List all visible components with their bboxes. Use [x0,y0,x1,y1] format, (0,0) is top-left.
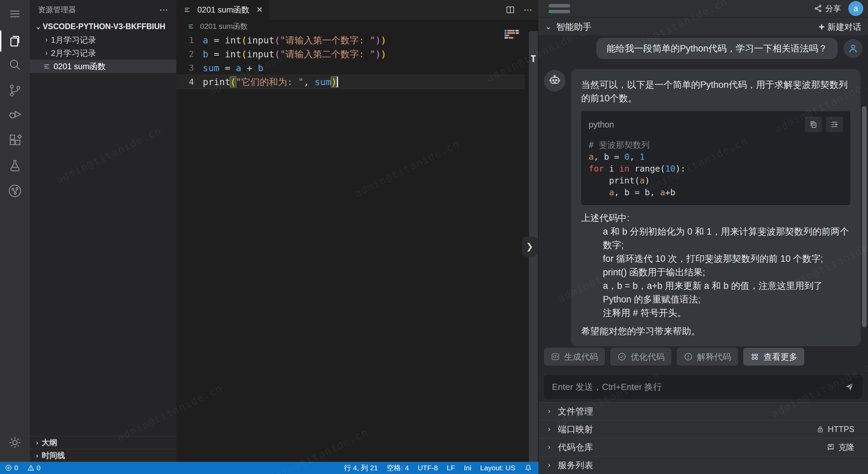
account-avatar[interactable]: a [848,1,863,16]
chevron-right-icon: › [548,461,550,470]
code-token [589,186,609,199]
tree-file-selected[interactable]: 0201 sum函数 [30,60,176,73]
tree-root-folder[interactable]: ⌄ VSCODE-PYTHON-V3-BKFFBIUH [30,20,176,33]
tree-folder-jan[interactable]: › 1月学习记录 [30,33,176,46]
clone-badge[interactable]: 克隆 [827,442,854,453]
chat-input[interactable] [552,382,844,392]
tab-sum-file[interactable]: 0201 sum函数 ✕ [176,0,269,20]
split-editor-icon[interactable] [505,5,515,15]
code-token: "它们的和为: " [236,76,304,88]
code-token: 10 [665,162,675,176]
run-debug-icon[interactable] [0,102,30,126]
encoding[interactable]: UTF-8 [418,464,438,472]
send-icon[interactable] [844,382,854,392]
menu-icon[interactable] [0,2,30,26]
code-token: int [225,35,241,45]
code-token: = [219,63,236,73]
sidebar-more-icon[interactable]: ⋯ [159,8,169,12]
user-avatar [844,39,863,58]
panel-expand-button[interactable]: ❯ [522,237,537,256]
line-number: 3 [176,63,203,73]
share-button[interactable]: 分享 [814,3,841,14]
accordion-label: 文件管理 [558,406,593,417]
warning-count: 0 [37,464,41,472]
chevron-right-icon: › [548,425,550,434]
explain-code-button[interactable]: 解释代码 [677,348,738,366]
chevron-down-icon: ⌄ [34,22,43,31]
code-token: ) [331,77,337,87]
search-icon[interactable] [0,53,30,77]
code-token: ) [375,35,381,45]
insert-code-icon[interactable] [826,117,843,132]
testing-beaker-icon[interactable] [0,153,30,177]
line-number: 1 [176,35,203,45]
new-chat-button[interactable]: + 新建对话 [818,21,861,33]
share-icon [814,4,823,13]
timeline-label: 时间线 [42,450,65,461]
settings-gear-icon[interactable] [0,431,30,454]
chat-code[interactable]: # 斐波那契数列a, b = 0, 1for i in range(10): p… [589,139,843,198]
accordion-code-repo[interactable]: › 代码仓库 克隆 [538,438,868,456]
outline-section[interactable]: › 大纲 [30,436,176,449]
accordion-label: 端口映射 [558,423,593,435]
chevron-right-icon: › [36,452,38,459]
problems-warnings[interactable]: 0 [27,464,41,472]
code-line: 4print("它们的和为: ", sum) [176,75,525,89]
tab-label: 0201 sum函数 [197,4,249,15]
logo-bar [549,4,570,7]
code-token: ): [675,162,686,176]
language-mode[interactable]: Ini [464,464,471,472]
explanation-item: a 和 b 分别初始化为 0 和 1，用来计算斐波那契数列的前两个数字; [581,225,850,252]
code-token: + [241,63,258,73]
notifications-bell-icon[interactable] [524,464,532,472]
problems-errors[interactable]: 0 [5,464,18,472]
code-token: ( [274,35,280,45]
workspace-logo-icon[interactable] [549,4,570,13]
code-block-card: python # 斐波那契数列a, b = 0, 1for i in range… [581,111,850,205]
line-number: 4 [176,77,203,87]
explanation-item: 注释用 # 符号开头。 [581,306,850,320]
code-token: , b = b, [614,186,660,199]
code-token: 0 [624,150,629,164]
panel-scrollbar[interactable] [862,106,867,327]
accordion-port-mapping[interactable]: › 端口映射 HTTPS [538,420,868,438]
minimap[interactable] [505,30,521,40]
code-token: in [619,162,629,176]
indentation[interactable]: 空格: 4 [387,463,409,473]
accordion-file-management[interactable]: › 文件管理 [538,402,868,420]
file-list-icon [183,6,191,14]
code-token: , [304,77,315,87]
assistant-header[interactable]: ⌄ 智能助手 + 新建对话 [538,18,868,35]
eol-sequence[interactable]: LF [447,464,455,472]
copy-code-icon[interactable] [805,117,822,132]
generate-code-button[interactable]: 生成代码 [544,348,605,366]
keyboard-layout[interactable]: Layout: US [480,464,515,472]
quick-action-label: 查看更多 [764,351,797,362]
sidebar-title: 资源管理器 [38,5,76,15]
code-line: a, b = 0, 1 [589,151,843,163]
cursor-position[interactable]: 行 4, 列 21 [344,463,378,473]
chevron-down-icon: ⌄ [545,22,551,31]
optimize-code-button[interactable]: 优化代码 [610,348,671,366]
code-language-label: python [589,118,614,131]
extensions-icon[interactable] [0,128,30,152]
editor-more-icon[interactable]: ⋯ [524,8,533,12]
https-badge[interactable]: HTTPS [816,424,854,434]
user-message-bubble: 能给我一段简单的Python代码，学习一下相关语法吗？ [596,38,837,59]
timeline-section[interactable]: › 时间线 [30,449,176,462]
breadcrumb[interactable]: 0201 sum函数 [186,20,248,33]
explorer-files-icon[interactable] [0,29,30,53]
source-control-icon[interactable] [0,79,30,102]
code-line: 1a = int(input("请输入第一个数字: ")) [176,33,525,47]
accordion-service-list[interactable]: › 服务列表 [538,456,868,474]
tree-folder-feb[interactable]: › 2月学习记录 [30,46,176,60]
line-number: 2 [176,49,203,59]
code-line: # 斐波那契数列 [589,139,843,151]
code-editor[interactable]: 1a = int(input("请输入第一个数字: "))2b = int(in… [176,33,525,89]
topbar-right: 分享 a [814,1,863,16]
accordion-label: 服务列表 [558,459,593,471]
remote-share-icon[interactable] [0,179,30,203]
view-more-button[interactable]: 查看更多 [743,348,804,366]
code-token: print( [589,174,640,187]
tab-close-icon[interactable]: ✕ [256,5,263,15]
